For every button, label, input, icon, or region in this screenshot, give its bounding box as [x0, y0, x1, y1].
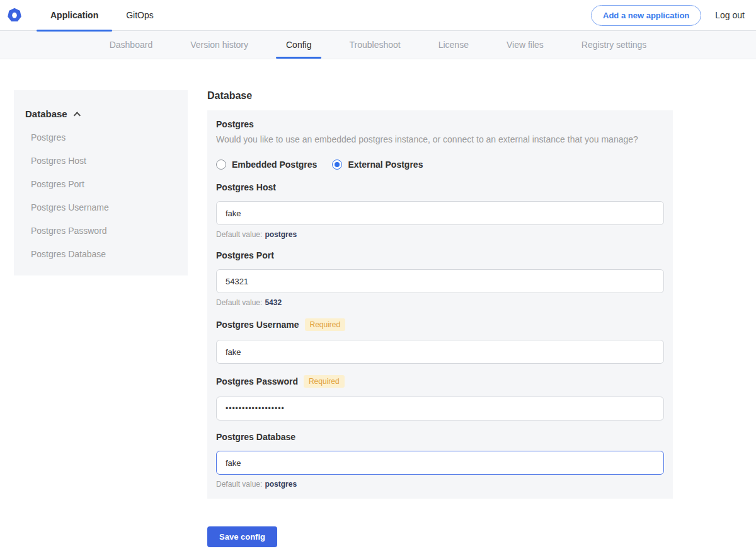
- sidebar-item-postgres-database[interactable]: Postgres Database: [31, 249, 176, 259]
- required-badge: Required: [305, 318, 346, 331]
- postgres-port-input[interactable]: [216, 269, 664, 293]
- sidebar-item-postgres-port[interactable]: Postgres Port: [31, 179, 176, 189]
- sidebar-item-postgres[interactable]: Postgres: [31, 132, 176, 142]
- subnav-item-license[interactable]: License: [428, 31, 479, 59]
- chevron-up-icon: [73, 112, 80, 119]
- radio-external-postgres[interactable]: External Postgres: [332, 160, 423, 170]
- default-value: postgres: [265, 230, 297, 239]
- field-postgres-port: Postgres Port Default value:5432: [216, 250, 664, 307]
- default-value: 5432: [265, 298, 282, 307]
- postgres-database-default: Default value:postgres: [216, 480, 664, 489]
- app-sub-nav: Dashboard Version history Config Trouble…: [0, 31, 756, 59]
- postgres-mode-radio-group: Embedded Postgres External Postgres: [216, 160, 664, 170]
- field-postgres-username: Postgres Username Required: [216, 318, 664, 364]
- radio-embedded-postgres-label: Embedded Postgres: [232, 160, 317, 170]
- tab-application[interactable]: Application: [37, 0, 112, 31]
- default-value: postgres: [265, 480, 297, 489]
- subnav-item-version-history[interactable]: Version history: [180, 31, 258, 59]
- top-nav-right: Add a new application Log out: [591, 5, 756, 26]
- subnav-item-dashboard[interactable]: Dashboard: [100, 31, 163, 59]
- tab-gitops[interactable]: GitOps: [112, 0, 168, 31]
- field-postgres-database-label: Postgres Database: [216, 432, 295, 442]
- add-new-application-button[interactable]: Add a new application: [591, 5, 701, 26]
- content-area: Database Postgres Postgres Host Postgres…: [0, 90, 756, 551]
- logout-link[interactable]: Log out: [715, 10, 745, 20]
- postgres-host-input[interactable]: [216, 201, 664, 225]
- config-group-card: Postgres Would you like to use an embedd…: [207, 110, 673, 499]
- subnav-item-view-files[interactable]: View files: [496, 31, 554, 59]
- postgres-password-input[interactable]: [216, 397, 664, 420]
- subnav-item-registry-settings[interactable]: Registry settings: [571, 31, 656, 59]
- sidebar-item-postgres-host[interactable]: Postgres Host: [31, 156, 176, 166]
- field-postgres-host: Postgres Host Default value:postgres: [216, 182, 664, 239]
- postgres-port-default: Default value:5432: [216, 298, 664, 307]
- field-postgres-password-label: Postgres Password: [216, 376, 298, 386]
- tab-gitops-label: GitOps: [126, 10, 154, 20]
- tab-application-label: Application: [50, 10, 98, 20]
- sidebar-item-postgres-password[interactable]: Postgres Password: [31, 226, 176, 236]
- group-help-text: Would you like to use an embedded postgr…: [216, 133, 664, 146]
- top-nav: Application GitOps Add a new application…: [0, 0, 756, 31]
- postgres-host-default: Default value:postgres: [216, 230, 664, 239]
- default-label: Default value:: [216, 480, 262, 489]
- sidebar-item-postgres-username[interactable]: Postgres Username: [31, 202, 176, 212]
- page-title: Database: [207, 90, 673, 102]
- field-postgres-host-label: Postgres Host: [216, 182, 276, 192]
- app-logo-icon: [8, 8, 21, 22]
- radio-checked-icon: [332, 160, 342, 170]
- default-label: Default value:: [216, 230, 262, 239]
- subnav-item-config[interactable]: Config: [276, 31, 321, 59]
- required-badge: Required: [304, 375, 345, 388]
- subnav-item-troubleshoot[interactable]: Troubleshoot: [339, 31, 410, 59]
- config-main: Database Postgres Would you like to use …: [207, 90, 673, 551]
- default-label: Default value:: [216, 298, 262, 307]
- sidebar-group-database[interactable]: Database: [25, 108, 176, 119]
- config-sidebar: Database Postgres Postgres Host Postgres…: [14, 90, 188, 276]
- field-postgres-port-label: Postgres Port: [216, 250, 274, 260]
- postgres-database-input[interactable]: [216, 451, 664, 475]
- postgres-username-input[interactable]: [216, 340, 664, 364]
- group-label-postgres: Postgres: [216, 119, 664, 129]
- sidebar-group-database-label: Database: [25, 108, 67, 119]
- radio-embedded-postgres[interactable]: Embedded Postgres: [216, 160, 317, 170]
- radio-external-postgres-label: External Postgres: [348, 160, 423, 170]
- field-postgres-password: Postgres Password Required: [216, 375, 664, 420]
- save-config-button[interactable]: Save config: [207, 526, 277, 547]
- radio-unchecked-icon: [216, 160, 226, 170]
- field-postgres-username-label: Postgres Username: [216, 320, 299, 330]
- field-postgres-database: Postgres Database Default value:postgres: [216, 432, 664, 489]
